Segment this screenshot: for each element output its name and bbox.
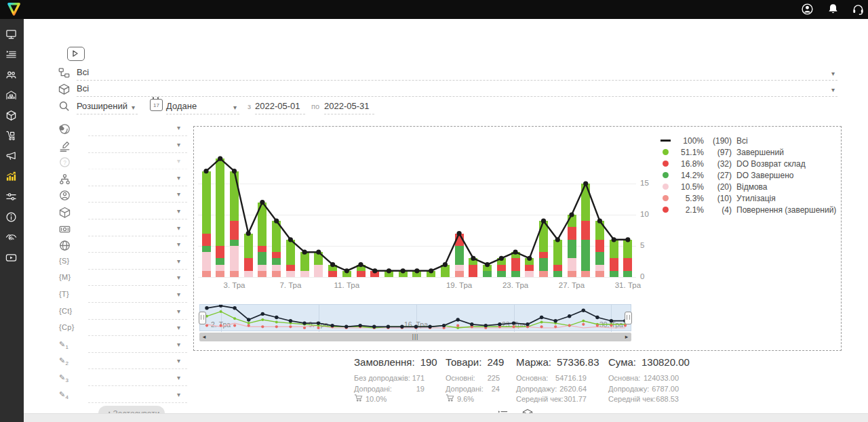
bell-icon[interactable] bbox=[827, 3, 840, 16]
filter-row-pencil-num-2: ✎2 bbox=[54, 355, 187, 370]
date-to-label: по bbox=[311, 100, 319, 114]
chart-scrollbar[interactable] bbox=[199, 333, 631, 341]
stats-subrow: Без допродажів:171 bbox=[354, 373, 425, 384]
legend-percent: 51.1% bbox=[675, 148, 704, 157]
scroll-right-icon[interactable] bbox=[622, 333, 631, 341]
pencil-num-icon: ✎3 bbox=[59, 373, 68, 383]
filter-row-bracket-ct: {Ct} bbox=[54, 305, 187, 320]
bracket-icon: {Ct} bbox=[59, 307, 73, 315]
filter-select[interactable] bbox=[88, 238, 187, 253]
chevron-down-icon bbox=[177, 257, 180, 265]
filter-select[interactable] bbox=[88, 205, 187, 219]
total-line-point bbox=[471, 256, 475, 261]
scrollbar-grip-icon[interactable] bbox=[410, 333, 421, 341]
filter-select[interactable] bbox=[88, 289, 187, 303]
chevron-down-icon bbox=[177, 374, 180, 381]
navigator-right-handle[interactable] bbox=[625, 312, 632, 324]
filter-row-globe-marker bbox=[54, 122, 187, 137]
legend-item[interactable]: 16.8% (32) DO Возврат склад bbox=[660, 158, 836, 169]
person-icon bbox=[59, 190, 71, 201]
category-select[interactable]: Всі bbox=[77, 82, 837, 97]
stats-subrow: Середній чек:301.77 bbox=[516, 394, 587, 405]
sidebar-item-monitor[interactable] bbox=[5, 28, 18, 41]
chart-legend: 100% (190) Всі 51.1% (97) Завершений 16.… bbox=[660, 135, 836, 215]
filter-select[interactable] bbox=[88, 339, 187, 353]
filter-select[interactable] bbox=[88, 372, 187, 386]
legend-item[interactable]: 5.3% (10) Утилізація bbox=[660, 192, 836, 204]
legend-item[interactable]: 10.5% (20) Відмова bbox=[660, 181, 836, 192]
legend-swatch bbox=[660, 184, 671, 190]
sidebar-item-package[interactable] bbox=[5, 110, 18, 123]
sidebar-item-sliders[interactable] bbox=[5, 191, 18, 204]
chevron-down-icon bbox=[177, 157, 180, 165]
filter-select[interactable] bbox=[88, 122, 187, 136]
chart-widget: 0510153. Тра7. Тра11. Тра19. Тра23. Тра2… bbox=[193, 126, 842, 351]
total-line-point bbox=[232, 169, 237, 173]
filter-select[interactable] bbox=[88, 355, 187, 369]
funnel-select[interactable]: Всі bbox=[77, 66, 837, 81]
filter-row-bracket-m: {M} bbox=[54, 272, 187, 287]
date-from-input[interactable]: 2022-05-01 bbox=[255, 100, 305, 114]
filter-select[interactable] bbox=[88, 322, 187, 336]
chart-navigator[interactable]: 2. Тра9. Тра16. Тра23. Тра30. Тра bbox=[199, 304, 631, 331]
filter-select[interactable] bbox=[88, 255, 187, 270]
pencil-num-icon: ✎2 bbox=[59, 356, 68, 366]
sidebar-item-video[interactable] bbox=[5, 252, 18, 265]
navigator-mini-chart bbox=[200, 305, 631, 331]
sidebar-item-orders-list[interactable] bbox=[5, 49, 18, 62]
app-logo-icon[interactable] bbox=[6, 1, 22, 17]
package-icon bbox=[58, 83, 70, 95]
filter-row-pencil-num-3: ✎3 bbox=[54, 372, 187, 387]
sidebar-item-info[interactable] bbox=[5, 211, 18, 224]
legend-swatch bbox=[660, 172, 671, 178]
chevron-down-icon bbox=[177, 124, 180, 131]
total-line-point bbox=[499, 256, 504, 261]
filter-row-question: ? bbox=[54, 155, 187, 170]
mode-select[interactable]: Розширений bbox=[77, 100, 138, 114]
stats-value: 57336.83 bbox=[557, 356, 599, 368]
total-line-point bbox=[429, 268, 433, 273]
total-line-point bbox=[246, 231, 251, 236]
filter-select[interactable] bbox=[88, 139, 187, 153]
app: Всі Всі Розширений 17 Додане з bbox=[0, 0, 868, 422]
stats-subrow: Допродані:19 bbox=[354, 384, 425, 395]
user-icon[interactable] bbox=[801, 3, 814, 16]
stats-title: Замовлення: bbox=[354, 356, 415, 368]
scroll-left-icon[interactable] bbox=[199, 333, 209, 341]
main-content: Всі Всі Розширений 17 Додане з bbox=[24, 19, 868, 413]
sidebar-item-trolley[interactable] bbox=[5, 130, 18, 143]
legend-item[interactable]: 2.1% (4) Повернення (завершений) bbox=[660, 204, 836, 215]
legend-item[interactable]: 100% (190) Всі bbox=[660, 135, 836, 146]
headset-icon[interactable] bbox=[852, 3, 865, 16]
filter-select[interactable] bbox=[88, 389, 187, 403]
sidebar-item-handshake[interactable] bbox=[5, 232, 18, 245]
filter-select[interactable] bbox=[88, 155, 187, 169]
chevron-down-icon bbox=[132, 101, 135, 114]
chevron-down-icon bbox=[177, 224, 180, 232]
sidebar-item-megaphone[interactable] bbox=[5, 150, 18, 163]
filter-select[interactable] bbox=[88, 188, 187, 203]
navigator-left-handle[interactable] bbox=[199, 312, 206, 324]
filter-select[interactable] bbox=[88, 272, 187, 286]
date-to-input[interactable]: 2022-05-31 bbox=[324, 100, 374, 114]
total-line-point bbox=[414, 268, 419, 273]
filter-select[interactable] bbox=[88, 172, 187, 186]
sidebar-item-stats-chart[interactable] bbox=[5, 171, 18, 184]
legend-item[interactable]: 14.2% (27) DO Завершено bbox=[660, 169, 836, 181]
chevron-down-icon bbox=[177, 341, 180, 348]
stats-column: Сума:130820.00 Основна:124033.00Допродаж… bbox=[608, 356, 679, 405]
sidebar-item-users[interactable] bbox=[5, 69, 18, 82]
legend-count: (20) bbox=[709, 182, 732, 192]
filter-row-pencil-num-4: ✎4 bbox=[54, 389, 187, 404]
filter-row-money bbox=[54, 222, 187, 237]
legend-count: (4) bbox=[709, 205, 732, 215]
filter-select[interactable] bbox=[88, 222, 187, 236]
legend-item[interactable]: 51.1% (97) Завершений bbox=[660, 146, 836, 158]
filter-select[interactable] bbox=[88, 305, 187, 320]
svg-text:?: ? bbox=[63, 159, 66, 166]
date-field-select[interactable]: Додане bbox=[166, 100, 239, 114]
filter-row-pencil-lines bbox=[54, 139, 187, 154]
total-line-point bbox=[443, 262, 448, 267]
video-help-button[interactable] bbox=[67, 47, 85, 61]
sidebar-item-warehouse[interactable] bbox=[5, 89, 18, 102]
